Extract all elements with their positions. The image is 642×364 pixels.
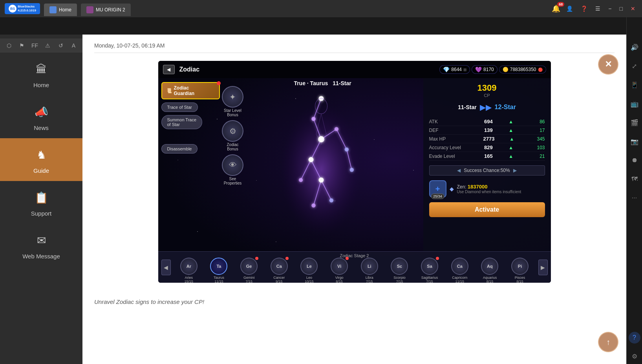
sign-progress-virgo: 8/15 (336, 280, 343, 283)
toolbar-btn-5[interactable]: ↺ (55, 40, 66, 51)
zodiac-sign-sagittarius[interactable]: SaSagittarius7/15 (421, 258, 438, 283)
article-footer: Unravel Zodiac signs to increase your CP… (94, 291, 615, 313)
close-icon: ✕ (605, 59, 612, 70)
zodiac-next-button[interactable]: ▶ (538, 260, 548, 275)
notification-bell[interactable]: 🔔 68 (552, 4, 560, 13)
activate-button[interactable]: Activate (429, 202, 545, 217)
tab-game[interactable]: MU ORIGIN 2 (81, 4, 131, 16)
zodiac-sign-capricorn[interactable]: CaCapricorn11/15 (451, 258, 468, 283)
trace-of-star-button[interactable]: Trace of Star (161, 102, 198, 112)
stat-arrow-evade: ▲ (508, 154, 513, 159)
star-level-label: Star Level Bonus (221, 108, 245, 117)
zodiac-bonus-icon[interactable]: ⚙ (222, 120, 243, 142)
sign-progress-libra: 7/15 (366, 280, 373, 283)
map-icon[interactable]: 🗺 (628, 173, 641, 185)
sidebar: ⬡ ⚑ FF ⚠ ↺ A 🏛 Home 📣 News ♞ Guide 📋 Sup… (0, 35, 82, 364)
camera-icon[interactable]: 📷 (628, 135, 641, 148)
stat-arrow-maxhp: ▲ (510, 136, 514, 142)
zodiac-sign-pisces[interactable]: PiPisces8/15 (511, 258, 529, 283)
toolbar-btn-4[interactable]: ⚠ (42, 40, 53, 51)
skill-item-star-level: ✦ Star Level Bonus (221, 86, 245, 117)
sign-dot-sagittarius (436, 257, 439, 260)
tv-icon[interactable]: 📺 (628, 97, 641, 110)
sidebar-item-news[interactable]: 📣 News (0, 95, 82, 138)
article-area[interactable]: Monday, 10-07-25, 06:19 AM ◀ Zodiac 💎 86… (82, 35, 626, 364)
svg-point-18 (318, 177, 324, 183)
sidebar-item-web-message[interactable]: ✉ Web Message (0, 224, 82, 267)
svg-point-13 (318, 136, 324, 143)
record-icon[interactable]: ⏺ (628, 154, 641, 166)
sign-progress-taurus: 11/15 (214, 280, 223, 283)
sign-progress-sagittarius: 7/15 (426, 280, 433, 283)
gold-plus-icon: 🔴 (538, 68, 543, 72)
zodiac-sign-scorpio[interactable]: ScScorpio7/15 (391, 258, 408, 283)
zen-section: + 25/34 ◆ Zen: 1837000 Use Diamond when … (429, 180, 545, 198)
toolbar-btn-2[interactable]: ⚑ (16, 40, 27, 51)
settings-icon[interactable]: ⚙ (628, 350, 641, 362)
menu-icon[interactable]: ☰ (593, 5, 602, 13)
zodiac-sign-virgo[interactable]: ViVirgo8/15 (331, 258, 348, 283)
maximize-button[interactable]: □ (618, 5, 625, 13)
tab-home[interactable]: Home (44, 4, 77, 16)
sidebar-guide-label: Guide (33, 167, 49, 174)
zodiac-prev-button[interactable]: ◀ (161, 260, 171, 275)
svg-point-12 (311, 117, 315, 121)
purple-value: 8170 (483, 67, 494, 72)
plus-button[interactable]: + 25/34 (429, 180, 446, 198)
game-main-area: 📜 ZodiacGuardian Trace of Star Summon Tr… (158, 78, 551, 283)
film-icon[interactable]: 🎬 (628, 116, 641, 129)
stat-val-maxhp: 2773 (483, 136, 495, 142)
sign-circle-aquarius: Aq (481, 258, 498, 275)
svg-point-15 (344, 147, 348, 151)
expand-icon[interactable]: ⤢ (628, 60, 641, 72)
currency-display: 💎 8644 ⊞ 💜 8170 🟡 7883865350 🔴 (439, 65, 546, 74)
toolbar-btn-3[interactable]: FF (29, 40, 40, 51)
help-icon[interactable]: ❓ (579, 5, 589, 13)
toolbar-btn-1[interactable]: ⬡ (4, 40, 15, 51)
summon-trace-button[interactable]: Summon Traceof Star (161, 115, 203, 129)
stat-bonus-maxhp: 345 (529, 136, 545, 142)
sidebar-item-home[interactable]: 🏛 Home (0, 53, 82, 95)
see-properties-icon[interactable]: 👁 (222, 154, 243, 176)
zodiac-sign-libra[interactable]: LiLibra7/15 (361, 258, 378, 283)
upgrade-arrow-icon: ▶▶ (480, 102, 492, 112)
zodiac-bottom-bar: Zodiac Stage 2 ◀ ArAries15/15TaTaurus11/… (158, 251, 551, 283)
zodiac-sign-leo[interactable]: LeLeo10/15 (300, 258, 318, 283)
question-icon[interactable]: ? (629, 332, 640, 344)
game-screenshot: ◀ Zodiac 💎 8644 ⊞ 💜 8170 🟡 (158, 61, 551, 283)
sign-name-libra: Libra (366, 276, 373, 280)
scroll-to-top-button[interactable]: ↑ (598, 332, 618, 352)
disassemble-button[interactable]: Disassemble (161, 144, 198, 154)
dots-icon[interactable]: ··· (628, 192, 641, 204)
sidebar-item-support[interactable]: 📋 Support (0, 181, 82, 224)
stat-row-evade: Evade Level 165 ▲ 21 (429, 152, 545, 161)
home-icon: 🏛 (32, 60, 51, 79)
zodiac-sign-taurus[interactable]: TaTaurus11/15 (210, 258, 227, 283)
close-article-button[interactable]: ✕ (598, 54, 618, 75)
zodiac-signs-list: ArAries15/15TaTaurus11/15GeGemini7/15CaC… (172, 258, 537, 283)
toolbar-btn-6[interactable]: A (68, 40, 79, 51)
profile-icon[interactable]: 👤 (564, 5, 575, 13)
close-button[interactable]: ✕ (629, 5, 637, 13)
game-back-button[interactable]: ◀ (163, 65, 175, 74)
sound-icon[interactable]: 🔊 (628, 41, 641, 53)
disassemble-label: Disassemble (167, 146, 192, 151)
stat-val-def: 139 (484, 127, 493, 133)
zodiac-sign-aries[interactable]: ArAries15/15 (180, 258, 198, 283)
svg-point-16 (308, 157, 313, 162)
plus-icon: + (435, 185, 440, 194)
minimize-button[interactable]: − (606, 5, 613, 13)
star-level-icon[interactable]: ✦ (222, 86, 243, 108)
phone-icon[interactable]: 📱 (628, 79, 641, 91)
zodiac-sign-aquarius[interactable]: AqAquarius8/15 (481, 258, 498, 283)
trace-label: Trace of Star (167, 105, 192, 110)
web-message-icon: ✉ (32, 231, 51, 250)
zodiac-sign-gemini[interactable]: GeGemini7/15 (240, 258, 258, 283)
gem-icon: 💎 (443, 66, 450, 73)
sidebar-item-guide[interactable]: ♞ Guide (0, 138, 82, 181)
zodiac-guardian-button[interactable]: 📜 ZodiacGuardian (161, 82, 220, 99)
stat-row-atk: ATK 694 ▲ 86 (429, 117, 545, 126)
cp-value: 1309 (477, 83, 497, 93)
sign-circle-gemini: Ge (240, 258, 258, 275)
zodiac-sign-cancer[interactable]: CaCancer9/15 (271, 258, 288, 283)
